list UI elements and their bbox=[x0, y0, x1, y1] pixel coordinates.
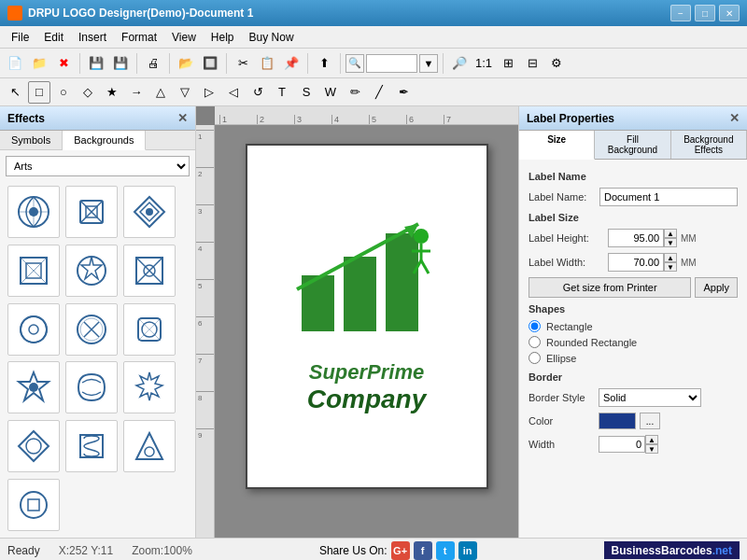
effect-item[interactable] bbox=[7, 420, 60, 472]
label-height-input[interactable] bbox=[608, 229, 664, 247]
height-up-button[interactable]: ▲ bbox=[664, 229, 677, 238]
tab-symbols[interactable]: Symbols bbox=[0, 131, 63, 149]
share-google-button[interactable]: G+ bbox=[391, 541, 410, 560]
border-width-down-button[interactable]: ▼ bbox=[645, 444, 658, 454]
open-button[interactable]: 📁 bbox=[28, 52, 50, 75]
apply-button[interactable]: Apply bbox=[695, 277, 738, 298]
copy-button[interactable]: 📋 bbox=[256, 52, 278, 75]
label-name-input[interactable] bbox=[599, 188, 738, 206]
shape-rectangle-radio[interactable] bbox=[529, 320, 541, 332]
effect-item[interactable] bbox=[123, 186, 176, 238]
tool-pencil[interactable]: ✒ bbox=[392, 81, 415, 104]
tool-curve[interactable]: ↺ bbox=[247, 81, 269, 104]
shape-rounded-radio[interactable] bbox=[529, 336, 541, 348]
zoom-minus-button[interactable]: 🔎 bbox=[448, 52, 471, 75]
color-picker-button[interactable]: ... bbox=[640, 413, 660, 429]
tool-text[interactable]: T bbox=[271, 81, 293, 104]
border-style-select[interactable]: Solid Dashed Dotted None bbox=[599, 388, 701, 407]
effect-item[interactable] bbox=[7, 479, 60, 531]
open2-button[interactable]: 📂 bbox=[175, 52, 197, 75]
zoom-100-button[interactable]: 1:1 bbox=[472, 52, 495, 75]
share-twitter-button[interactable]: t bbox=[436, 541, 455, 560]
tab-fill-background[interactable]: Fill Background bbox=[595, 131, 670, 159]
menu-insert[interactable]: Insert bbox=[71, 29, 114, 46]
cut-button[interactable]: ✂ bbox=[232, 52, 254, 75]
menu-help[interactable]: Help bbox=[204, 29, 242, 46]
tool-arrow[interactable]: → bbox=[125, 81, 148, 104]
height-unit: MM bbox=[681, 233, 697, 244]
close-window-button[interactable]: ✕ bbox=[719, 5, 740, 21]
width-down-button[interactable]: ▼ bbox=[664, 262, 677, 272]
tool-pen[interactable]: ✏ bbox=[344, 81, 366, 104]
tool-left-arrow[interactable]: ◁ bbox=[222, 81, 245, 104]
tool-right-arrow[interactable]: ▷ bbox=[198, 81, 220, 104]
tool-ellipse[interactable]: ○ bbox=[52, 81, 75, 104]
effects-close-button[interactable]: ✕ bbox=[177, 111, 188, 125]
label-width-input[interactable] bbox=[608, 253, 664, 272]
effect-item[interactable] bbox=[65, 420, 118, 472]
document-canvas[interactable]: SuperPrime Company bbox=[246, 144, 488, 489]
tool-select[interactable]: ↖ bbox=[4, 81, 26, 104]
effect-item[interactable] bbox=[65, 245, 118, 297]
brand-label: BusinessBarcodes.net bbox=[604, 541, 740, 559]
paste-button[interactable]: 📌 bbox=[280, 52, 303, 75]
print-button[interactable]: 🖨 bbox=[142, 52, 164, 75]
shape-ellipse-radio[interactable] bbox=[529, 352, 541, 364]
menu-edit[interactable]: Edit bbox=[36, 29, 71, 46]
zoom-dropdown[interactable]: ▼ bbox=[419, 54, 438, 73]
zoom-out-button[interactable]: 🔍 bbox=[345, 54, 364, 73]
label-width-label: Label Width: bbox=[529, 257, 608, 268]
effect-item[interactable] bbox=[65, 303, 118, 356]
tab-backgrounds[interactable]: Backgrounds bbox=[63, 131, 146, 150]
share-facebook-button[interactable]: f bbox=[414, 541, 432, 560]
grid-button[interactable]: ⊞ bbox=[497, 52, 519, 75]
effect-item[interactable] bbox=[7, 303, 60, 356]
border-width-input[interactable] bbox=[599, 436, 645, 453]
border-width-up-button[interactable]: ▲ bbox=[645, 435, 658, 444]
close-button[interactable]: ✖ bbox=[52, 52, 75, 75]
menu-buynow[interactable]: Buy Now bbox=[242, 29, 302, 46]
save-as-button[interactable]: 💾 bbox=[109, 52, 132, 75]
menu-view[interactable]: View bbox=[164, 29, 204, 46]
grid2-button[interactable]: ⊟ bbox=[521, 52, 543, 75]
effect-item[interactable] bbox=[7, 245, 60, 297]
effect-item[interactable] bbox=[123, 361, 176, 413]
effect-item[interactable] bbox=[7, 186, 60, 238]
effect-item[interactable] bbox=[7, 361, 60, 413]
color-swatch[interactable] bbox=[599, 413, 636, 429]
tab-background-effects[interactable]: Background Effects bbox=[671, 131, 747, 159]
height-down-button[interactable]: ▼ bbox=[664, 238, 677, 247]
settings-button[interactable]: ⚙ bbox=[545, 52, 568, 75]
properties-close-button[interactable]: ✕ bbox=[729, 111, 740, 125]
new-button[interactable]: 📄 bbox=[4, 52, 26, 75]
save-button[interactable]: 💾 bbox=[85, 52, 107, 75]
tab-size[interactable]: Size bbox=[519, 131, 595, 160]
tool-btn-5[interactable]: 🔲 bbox=[199, 52, 221, 75]
effect-item[interactable] bbox=[65, 186, 118, 238]
label-name-label: Label Name: bbox=[529, 191, 599, 203]
effect-item[interactable] bbox=[123, 420, 176, 472]
minimize-button[interactable]: − bbox=[670, 5, 691, 21]
tool-star[interactable]: ★ bbox=[101, 81, 123, 104]
separator-5 bbox=[307, 53, 308, 74]
tool-rect[interactable]: □ bbox=[28, 81, 50, 104]
zoom-input[interactable]: 100% bbox=[366, 54, 417, 73]
tool-barcode[interactable]: S bbox=[295, 81, 317, 104]
effect-item[interactable] bbox=[65, 361, 118, 413]
tool-line[interactable]: ╱ bbox=[368, 81, 390, 104]
menu-file[interactable]: File bbox=[4, 29, 36, 46]
tool-down-triangle[interactable]: ▽ bbox=[174, 81, 196, 104]
menu-format[interactable]: Format bbox=[114, 29, 164, 46]
effect-item[interactable] bbox=[123, 245, 176, 297]
category-dropdown[interactable]: Arts Nature Business bbox=[6, 156, 190, 176]
effect-item[interactable] bbox=[123, 303, 176, 356]
tool-triangle[interactable]: △ bbox=[149, 81, 172, 104]
share-linkedin-button[interactable]: in bbox=[458, 541, 477, 560]
canvas-work-area[interactable]: SuperPrime Company bbox=[215, 125, 518, 538]
tool-diamond[interactable]: ◇ bbox=[77, 81, 99, 104]
import-button[interactable]: ⬆ bbox=[313, 52, 335, 75]
get-size-button[interactable]: Get size from Printer bbox=[529, 277, 691, 298]
width-up-button[interactable]: ▲ bbox=[664, 253, 677, 262]
tool-word[interactable]: W bbox=[319, 81, 342, 104]
maximize-button[interactable]: □ bbox=[695, 5, 715, 21]
